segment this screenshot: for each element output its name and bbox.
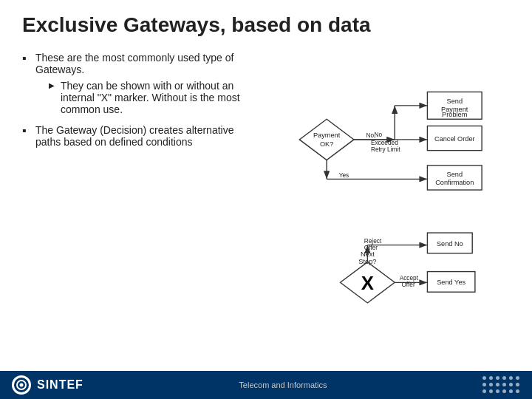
dot-10 (502, 383, 506, 386)
box-send-yes-label: Send Yes (437, 279, 466, 286)
box-send-payment-label1: Send (447, 98, 463, 105)
dot-3 (496, 376, 499, 380)
label-reject2: Offer (364, 245, 378, 251)
list-item-1: These are the most commonly used type of… (22, 52, 251, 115)
dot-5 (509, 376, 513, 380)
box-cancel-order-label: Cancel Order (434, 135, 475, 143)
dot-12 (516, 383, 519, 386)
slide-content: These are the most commonly used type of… (0, 44, 532, 371)
dot-18 (516, 389, 519, 393)
diagram-svg: Payment OK? No Send Payment Problem No, … (259, 52, 517, 364)
diamond-payment-label1: Payment (313, 132, 341, 139)
label-accept1: Accept (400, 275, 419, 282)
label-yes: Yes (339, 172, 349, 179)
label-exceeded1: No, (366, 132, 376, 139)
slide-title: Exclusive Gateways, based on data (22, 13, 510, 37)
dot-16 (502, 389, 506, 393)
slide: Exclusive Gateways, based on data These … (0, 0, 532, 399)
dot-9 (496, 383, 499, 386)
footer-center-text: Telecom and Informatics (239, 381, 327, 389)
box-send-no-label: Send No (437, 240, 463, 248)
right-diagram: Payment OK? No Send Payment Problem No, … (259, 52, 517, 364)
dot-4 (502, 376, 506, 380)
dot-13 (482, 389, 486, 393)
left-text-area: These are the most commonly used type of… (22, 52, 259, 364)
svg-point-3 (20, 383, 24, 387)
dot-2 (489, 376, 493, 380)
dot-14 (489, 389, 493, 393)
box-send-payment-label3: Problem (442, 111, 468, 118)
dot-17 (509, 389, 513, 393)
sub-list-item-1: They can be shown with or without an int… (49, 80, 251, 115)
dot-8 (489, 383, 493, 386)
list-item-2: The Gateway (Decision) creates alternati… (22, 124, 251, 148)
label-exceeded3: Retry Limit (371, 146, 400, 153)
dot-7 (482, 383, 486, 386)
x-marker: X (361, 273, 374, 293)
diamond-payment (299, 119, 354, 160)
dot-6 (516, 376, 519, 380)
dot-1 (482, 376, 486, 380)
footer: SINTEF Telecom and Informatics (0, 371, 532, 399)
footer-dots (482, 376, 520, 394)
box-send-confirmation-label1: Send (447, 171, 463, 178)
label-accept2: Offer (401, 282, 415, 288)
box-send-confirmation-label2: Confirmation (435, 179, 474, 186)
slide-header: Exclusive Gateways, based on data (0, 0, 532, 44)
dot-11 (509, 383, 513, 386)
dot-15 (496, 389, 499, 393)
diamond-payment-label2: OK? (320, 140, 333, 148)
sintef-logo-icon (13, 377, 30, 393)
bullet-list: These are the most commonly used type of… (22, 52, 251, 148)
sub-list-1: They can be shown with or without an int… (35, 80, 251, 115)
footer-logo-area: SINTEF (12, 375, 83, 395)
footer-logo-text: SINTEF (37, 378, 83, 392)
logo-circle (12, 375, 31, 395)
label-reject1: Reject (364, 238, 382, 245)
